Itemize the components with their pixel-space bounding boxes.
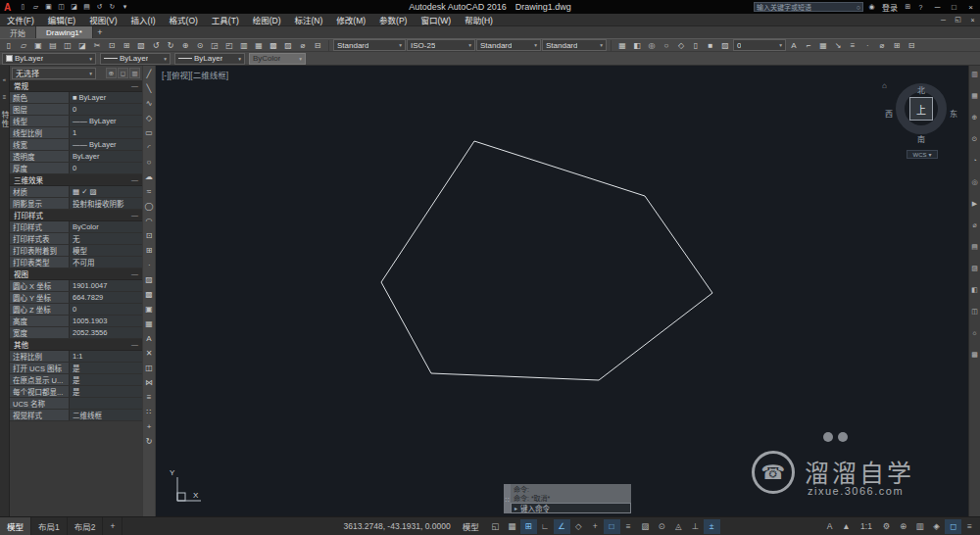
grid-display-icon[interactable]: ⊞ — [520, 519, 537, 534]
redo-icon[interactable]: ↻ — [107, 1, 118, 13]
quick-properties-icon[interactable]: ▥ — [911, 519, 928, 534]
move-icon[interactable]: + — [143, 419, 156, 434]
layer-states-icon[interactable]: ◧ — [630, 39, 644, 51]
property-value[interactable]: 2052.3556 — [69, 327, 142, 338]
property-value[interactable]: 二维线框 — [69, 410, 142, 420]
lock-ui-icon[interactable]: ◈ — [928, 519, 945, 534]
view-cube[interactable]: ⌂ 北 南 西 东 上 WCS▾ — [882, 77, 962, 164]
property-row[interactable]: 宽度 2052.3556 — [10, 327, 142, 339]
publish-icon[interactable]: ◪ — [75, 39, 89, 51]
offset-icon[interactable]: ≡ — [143, 390, 156, 405]
ungroup-icon[interactable]: ⊟ — [905, 39, 918, 51]
3d-object-snap-icon[interactable]: ◬ — [670, 519, 687, 534]
mirror-icon[interactable]: ⋈ — [143, 375, 156, 390]
property-value[interactable]: 是 — [69, 386, 142, 397]
property-row[interactable]: UCS 名称 — [10, 398, 142, 410]
multileader-style-icon[interactable]: ↘ — [831, 39, 845, 51]
menu-item[interactable]: 修改(M) — [329, 14, 372, 26]
dock-layers-icon[interactable]: ▦ — [969, 90, 980, 101]
text-style-icon[interactable]: A — [787, 39, 801, 51]
undo-icon[interactable]: ↺ — [149, 39, 163, 51]
selection-type-combo[interactable]: 无选择▾ — [12, 68, 96, 79]
property-value[interactable]: 0 — [69, 163, 142, 173]
property-row[interactable]: 图层 0 — [10, 104, 142, 116]
property-row[interactable]: 打印样式 ByColor — [10, 221, 142, 233]
autoscale-icon[interactable]: ▲ — [838, 519, 855, 534]
property-row[interactable]: 打印表类型 不可用 — [10, 257, 142, 268]
selection-cycling-icon[interactable]: ⊙ — [654, 519, 670, 534]
property-row[interactable]: 圆心 Y 坐标 664.7829 — [10, 292, 142, 304]
save-to-web-icon[interactable]: ◪ — [69, 1, 79, 13]
save-icon[interactable]: ▣ — [43, 1, 54, 13]
menu-item[interactable]: 工具(T) — [205, 14, 246, 26]
save-icon[interactable]: ▣ — [31, 39, 45, 51]
apps-icon[interactable]: ⊞ — [903, 1, 913, 13]
lineweight-display-icon[interactable]: ≡ — [620, 519, 637, 534]
pan-icon[interactable]: ⊕ — [178, 39, 192, 51]
property-row[interactable]: 注释比例 1:1 — [10, 351, 142, 363]
menu-item[interactable]: 帮助(H) — [458, 14, 500, 26]
clean-screen-icon[interactable]: ◻ — [945, 519, 961, 534]
property-value[interactable]: 是 — [69, 363, 142, 373]
dock-properties-icon[interactable]: ▥ — [969, 69, 980, 79]
infer-constraints-icon[interactable]: ◱ — [487, 519, 504, 534]
property-row[interactable]: 厚度 0 — [10, 163, 142, 174]
layout-tab[interactable]: 布局2 — [68, 517, 104, 535]
model-space-toggle[interactable]: 模型 — [463, 520, 479, 532]
property-row[interactable]: 圆心 Z 坐标 0 — [10, 304, 142, 316]
property-value[interactable]: 1:1 — [69, 351, 142, 362]
section-header[interactable]: 视图 — — [10, 268, 142, 280]
spline-icon[interactable]: ≈ — [143, 184, 156, 199]
quick-calc-icon[interactable]: ⊟ — [311, 39, 324, 51]
arc-icon[interactable]: ◜ — [143, 140, 156, 155]
autocad-logo-icon[interactable]: A — [0, 0, 15, 14]
dock-show-motion-icon[interactable]: ▶ — [969, 198, 980, 209]
maximize-button[interactable]: □ — [946, 0, 962, 14]
property-row[interactable]: 透明度 ByLayer — [10, 151, 142, 163]
minimize-button[interactable]: ─ — [929, 0, 946, 14]
section-header[interactable]: 三维效果 — — [10, 174, 142, 186]
circle-icon[interactable]: ○ — [143, 155, 156, 170]
property-value[interactable]: ByLayer — [69, 151, 142, 162]
tool-palettes-icon[interactable]: ▩ — [267, 39, 280, 51]
cut-icon[interactable]: ✂ — [90, 39, 104, 51]
palette-autohide-icon[interactable]: « — [0, 75, 9, 84]
collapse-icon[interactable]: — — [131, 212, 138, 219]
section-header[interactable]: 其他 — — [10, 339, 142, 351]
layer-properties-icon[interactable]: ▦ — [615, 39, 629, 51]
workspace-switching-icon[interactable]: ⚙ — [878, 519, 895, 534]
property-value[interactable]: ―― ByLayer — [69, 116, 142, 126]
select-objects-icon[interactable]: ◻ — [118, 68, 128, 78]
paste-icon[interactable]: ⊞ — [120, 39, 133, 51]
property-row[interactable]: 高度 1005.1903 — [10, 316, 142, 327]
property-row[interactable]: 线型比例 1 — [10, 127, 142, 139]
viewport-controls[interactable]: [-][俯视][二维线框] — [162, 69, 228, 80]
point-style-icon[interactable]: ∙ — [860, 39, 874, 51]
viewcube-south-label[interactable]: 南 — [917, 133, 925, 144]
property-value[interactable]: ■ ByLayer — [69, 92, 142, 103]
copy-icon[interactable]: ◫ — [143, 361, 156, 375]
menu-item[interactable]: 标注(N) — [288, 14, 330, 26]
zoom-realtime-icon[interactable]: ⊙ — [193, 39, 207, 51]
redo-icon[interactable]: ↻ — [164, 39, 177, 51]
doc-minimize-icon[interactable]: ─ — [936, 14, 951, 26]
revision-cloud-icon[interactable]: ☁ — [143, 170, 156, 184]
property-row[interactable]: 打印表附着到 模型 — [10, 245, 142, 257]
design-center-icon[interactable]: ▦ — [252, 39, 266, 51]
linetype-manager-icon[interactable]: ≡ — [846, 39, 859, 51]
command-line-window[interactable]: ∷ 命令:命令: *取消* ▸ 键入命令 — [504, 484, 631, 513]
help-icon[interactable]: ? — [915, 1, 926, 13]
dock-camera-icon[interactable]: ◫ — [969, 306, 980, 316]
property-value[interactable] — [69, 398, 142, 409]
plot-icon[interactable]: ▤ — [81, 1, 92, 13]
property-row[interactable]: 在原点显示 U... 是 — [10, 374, 142, 386]
new-tab-button[interactable]: + — [93, 26, 107, 38]
polygon-icon[interactable]: ◇ — [143, 111, 156, 125]
property-value[interactable]: ByColor — [69, 221, 142, 232]
hatch-icon[interactable]: ▨ — [143, 272, 156, 287]
workspace-dropdown-icon[interactable]: ▾ — [120, 1, 130, 13]
plot-preview-icon[interactable]: ◫ — [61, 39, 74, 51]
table-style-icon[interactable]: ▦ — [816, 39, 830, 51]
property-value[interactable]: 664.7829 — [69, 292, 142, 303]
property-row[interactable]: 阴影显示 投射和接收阴影 — [10, 198, 142, 210]
